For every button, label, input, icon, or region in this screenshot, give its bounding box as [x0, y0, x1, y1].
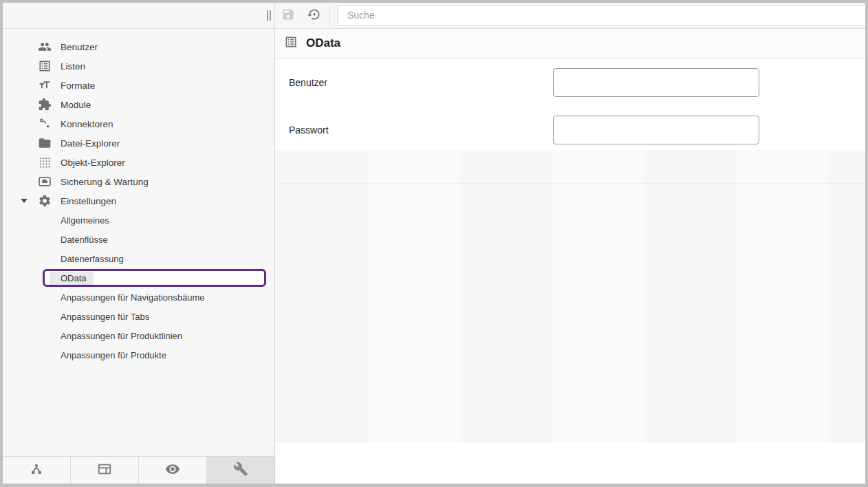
sidebar-item-label: Formate: [61, 80, 95, 91]
list-icon: [284, 35, 298, 52]
sidebar-item-label: Module: [61, 100, 91, 110]
sidebar-subitem-label: OData: [50, 272, 94, 285]
benutzer-label: Benutzer: [289, 77, 553, 88]
page-header: OData: [275, 29, 865, 58]
sidebar-item-label: Sicherung & Wartung: [61, 177, 149, 187]
folder-icon: [38, 136, 52, 150]
sidebar-subitem-odata[interactable]: OData: [3, 268, 274, 288]
layout-icon: [97, 462, 112, 479]
toolbar-main: [275, 3, 865, 28]
sidebar-item-label: Einstellungen: [61, 196, 116, 206]
tab-settings[interactable]: [207, 457, 274, 484]
sidebar-subitem-anpassungen-navigationsbaeume[interactable]: Anpassungen für Navigationsbäume: [3, 288, 274, 307]
divider: [275, 183, 865, 184]
content-area: Benutzer Listen Formate: [3, 29, 865, 484]
splitter-handle[interactable]: [267, 10, 271, 21]
sidebar-item-label: Konnektoren: [61, 119, 113, 129]
passwort-field[interactable]: [553, 116, 759, 144]
sidebar-item-sicherung-wartung[interactable]: Sicherung & Wartung: [3, 172, 274, 191]
sidebar-item-konnektoren[interactable]: Konnektoren: [3, 114, 274, 133]
text-format-icon: [38, 78, 52, 92]
sidebar-nav: Benutzer Listen Formate: [3, 29, 274, 456]
history-restore-icon: [307, 8, 321, 23]
sidebar-subitem-anpassungen-produkte[interactable]: Anpassungen für Produkte: [3, 345, 274, 365]
odata-settings-form: Benutzer Passwort: [275, 58, 865, 144]
wrench-icon: [233, 462, 248, 479]
hierarchy-icon: [29, 462, 44, 479]
users-icon: [38, 40, 52, 54]
puzzle-icon: [38, 98, 52, 111]
sidebar-item-objekt-explorer[interactable]: Objekt-Explorer: [3, 153, 274, 172]
sidebar-subitem-allgemeines[interactable]: Allgemeines: [3, 210, 274, 230]
form-row-benutzer: Benutzer: [275, 68, 865, 97]
eye-icon: [165, 462, 180, 479]
gear-icon: [38, 194, 52, 208]
tab-hierarchy[interactable]: [3, 457, 71, 484]
sidebar-item-label: Benutzer: [61, 42, 98, 52]
save-button[interactable]: [275, 3, 301, 29]
sidebar-item-datei-explorer[interactable]: Datei-Explorer: [3, 133, 274, 153]
sidebar-item-label: Objekt-Explorer: [61, 158, 125, 168]
sidebar-item-label: Datei-Explorer: [61, 138, 120, 149]
sidebar-item-label: Listen: [61, 61, 85, 72]
form-row-passwort: Passwort: [275, 116, 865, 144]
sidebar-bottom-tabbar: [3, 456, 274, 484]
restore-button[interactable]: [301, 3, 327, 29]
tab-preview[interactable]: [139, 457, 207, 484]
app-window: Benutzer Listen Formate: [3, 3, 865, 484]
expand-arrow-icon[interactable]: [19, 199, 30, 203]
passwort-label: Passwort: [289, 125, 553, 136]
list-icon: [38, 59, 52, 73]
top-toolbar: [3, 3, 865, 29]
tab-layout[interactable]: [71, 457, 139, 484]
backup-icon: [38, 175, 52, 188]
benutzer-field[interactable]: [553, 68, 759, 97]
sidebar: Benutzer Listen Formate: [3, 29, 275, 484]
page-title: OData: [306, 36, 340, 50]
odata-selection-outline[interactable]: OData: [43, 269, 266, 287]
sidebar-subitem-datenerfassung[interactable]: Datenerfassung: [3, 249, 274, 268]
toolbar-separator: [329, 7, 330, 25]
sidebar-item-benutzer[interactable]: Benutzer: [3, 37, 274, 56]
content-placeholder-area: [275, 150, 865, 442]
dot-grid-icon: [38, 155, 52, 169]
save-icon: [281, 8, 295, 23]
sidebar-subitem-datenfluesse[interactable]: Datenflüsse: [3, 230, 274, 249]
sidebar-item-formate[interactable]: Formate: [3, 76, 274, 95]
connector-icon: [38, 117, 52, 131]
sidebar-item-module[interactable]: Module: [3, 95, 274, 114]
main-panel: OData Benutzer Passwort: [275, 29, 865, 484]
sidebar-item-einstellungen[interactable]: Einstellungen: [3, 191, 274, 210]
sidebar-subitem-anpassungen-produktlinien[interactable]: Anpassungen für Produktlinien: [3, 326, 274, 345]
search-input[interactable]: [337, 5, 865, 26]
sidebar-item-listen[interactable]: Listen: [3, 56, 274, 76]
sidebar-header: [3, 3, 275, 28]
sidebar-subitem-anpassungen-tabs[interactable]: Anpassungen für Tabs: [3, 307, 274, 326]
